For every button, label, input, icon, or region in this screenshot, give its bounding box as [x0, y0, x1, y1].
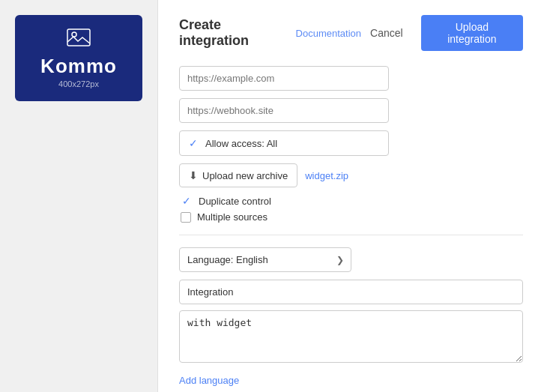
multiple-sources-row[interactable]: Multiple sources: [181, 211, 523, 223]
header-right: Cancel Upload integration: [361, 15, 523, 51]
upload-integration-button[interactable]: Upload integration: [421, 15, 523, 51]
url-input-1[interactable]: [179, 66, 389, 91]
checkbox-group: ✓ Duplicate control Multiple sources: [179, 195, 523, 223]
documentation-link[interactable]: Documentation: [296, 28, 361, 39]
form-section: ✓ Allow access: All ⬇ Upload new archive…: [179, 66, 523, 223]
duplicate-control-label: Duplicate control: [199, 196, 271, 207]
upload-icon: ⬇: [189, 169, 198, 181]
section-divider: [179, 235, 523, 235]
page-title: Create integration: [179, 17, 287, 49]
multiple-sources-checkbox[interactable]: [181, 212, 191, 223]
logo-size: 400x272px: [58, 79, 99, 88]
logo-text: Kommo: [40, 55, 117, 78]
file-link[interactable]: widget.zip: [305, 170, 348, 181]
description-textarea[interactable]: [179, 310, 523, 363]
duplicate-control-row[interactable]: ✓ Duplicate control: [181, 195, 523, 207]
upload-archive-button[interactable]: ⬇ Upload new archive: [179, 163, 297, 187]
header-row: Create integration Documentation Cancel …: [179, 15, 523, 51]
upload-row: ⬇ Upload new archive widget.zip: [179, 163, 523, 187]
svg-rect-0: [67, 29, 90, 46]
allow-access-row[interactable]: ✓ Allow access: All: [179, 130, 389, 156]
integration-name-input[interactable]: [179, 280, 523, 304]
sidebar: Kommo 400x272px: [0, 0, 157, 392]
add-language-link[interactable]: Add language: [179, 375, 239, 386]
header-left: Create integration Documentation: [179, 17, 361, 49]
cancel-button[interactable]: Cancel: [361, 22, 412, 44]
duplicate-control-checkmark: ✓: [181, 195, 193, 207]
allow-access-label: Allow access: All: [205, 138, 277, 149]
upload-archive-label: Upload new archive: [202, 170, 288, 181]
image-icon: [67, 28, 91, 52]
logo-box: Kommo 400x272px: [15, 15, 142, 101]
multiple-sources-label: Multiple sources: [197, 211, 268, 223]
language-select[interactable]: Language: English: [179, 247, 351, 272]
svg-point-1: [72, 32, 76, 37]
language-select-wrapper: Language: English ❯: [179, 247, 351, 272]
language-section: Language: English ❯ Add language: [179, 247, 523, 386]
url-input-2[interactable]: [179, 98, 389, 123]
allow-access-checkmark: ✓: [187, 137, 199, 149]
main-content: Create integration Documentation Cancel …: [157, 0, 544, 392]
